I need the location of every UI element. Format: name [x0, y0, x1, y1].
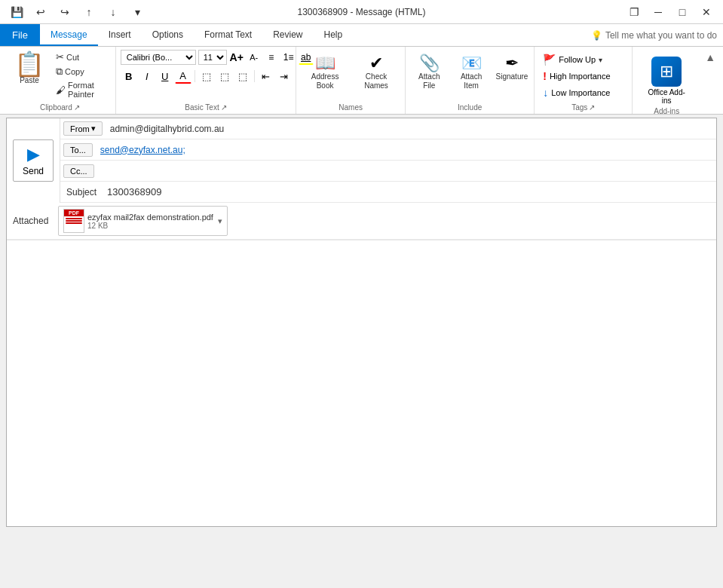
search-icon: 💡: [591, 30, 602, 41]
subject-row: Subject: [60, 182, 716, 203]
search-box[interactable]: 💡 Tell me what you want to do: [585, 24, 723, 46]
high-importance-button[interactable]: ! High Importance: [539, 68, 614, 84]
underline-button[interactable]: U: [157, 69, 173, 84]
up-button[interactable]: ↑: [78, 2, 100, 23]
paste-icon: 📋: [14, 52, 44, 76]
ribbon-collapse-button[interactable]: ▲: [700, 50, 720, 65]
more-button[interactable]: ▾: [127, 2, 148, 23]
minimize-button[interactable]: ─: [648, 2, 669, 23]
cc-input[interactable]: [97, 164, 716, 179]
down-button[interactable]: ↓: [103, 2, 124, 23]
save-button[interactable]: 💾: [6, 2, 27, 23]
ribbon-group-tags: 🚩 Follow Up ▾ ! High Importance ↓ Low Im…: [535, 47, 633, 114]
numbering-button[interactable]: 1≡: [281, 50, 296, 65]
align-right-button[interactable]: ⬚: [234, 69, 251, 84]
send-button[interactable]: ▶ Send: [13, 139, 54, 182]
align-left-button[interactable]: ⬚: [198, 69, 215, 84]
copy-button[interactable]: ⧉ Copy: [53, 64, 112, 79]
increase-indent-button[interactable]: ⇥: [276, 69, 293, 84]
restore-button[interactable]: ❐: [623, 2, 645, 23]
clipboard-content: 📋 Paste ✂ Cut ⧉ Copy 🖌 Format Painter: [8, 50, 112, 102]
to-label: To...: [70, 145, 86, 155]
attach-item-button[interactable]: 📧 Attach Item: [451, 53, 491, 93]
cc-button[interactable]: Cc...: [63, 164, 94, 178]
check-names-button[interactable]: ✔ Check Names: [352, 53, 400, 93]
email-body[interactable]: [7, 240, 716, 526]
font-name-select[interactable]: Calibri (Bo...: [121, 50, 196, 65]
tags-expand-icon[interactable]: ↗: [589, 103, 595, 112]
decrease-font-button[interactable]: A-: [247, 50, 262, 65]
basic-text-expand-icon[interactable]: ↗: [221, 103, 227, 112]
include-content: 📎 Attach File 📧 Attach Item ✒ Signature: [410, 50, 529, 102]
signature-icon: ✒: [505, 55, 519, 72]
attachment-item[interactable]: PDF ezyfax mail2fax demonstration.pdf 12…: [58, 206, 228, 236]
to-input[interactable]: [96, 142, 716, 158]
attach-file-button[interactable]: 📎 Attach File: [410, 53, 448, 93]
address-book-button[interactable]: 📖 Address Book: [301, 53, 349, 93]
signature-button[interactable]: ✒ Signature: [495, 53, 530, 84]
font-size-select[interactable]: 11: [198, 50, 227, 65]
undo-button[interactable]: ↩: [30, 2, 51, 23]
email-wrapper: ▶ Send From ▾ admin@digitalhybrid.com.au…: [0, 115, 723, 533]
title-bar-controls: ❐ ─ □ ✕: [623, 2, 717, 23]
attach-item-icon: 📧: [461, 55, 482, 72]
follow-up-label: Follow Up: [559, 55, 596, 64]
names-group-label: Names: [301, 102, 400, 114]
follow-up-dropdown-icon[interactable]: ▾: [599, 56, 602, 64]
font-color-button[interactable]: A: [175, 69, 191, 84]
tab-message[interactable]: Message: [40, 24, 98, 46]
attachment-size: 12 KB: [87, 222, 213, 230]
ribbon-group-include: 📎 Attach File 📧 Attach Item ✒ Signature …: [406, 47, 535, 114]
bold-button[interactable]: B: [121, 69, 137, 84]
from-button[interactable]: From ▾: [63, 121, 103, 136]
divider2: [254, 70, 255, 82]
clipboard-group-label: Clipboard ↗: [8, 102, 112, 114]
decrease-indent-button[interactable]: ⇤: [258, 69, 274, 84]
addins-group-label: Add-ins: [637, 106, 696, 118]
attached-row: Attached PDF ezyfax mail2fax demonstrati…: [7, 203, 716, 240]
maximize-button[interactable]: □: [672, 2, 693, 23]
tab-help[interactable]: Help: [314, 24, 354, 46]
address-book-label: Address Book: [305, 72, 345, 90]
format-painter-button[interactable]: 🖌 Format Painter: [53, 79, 112, 100]
tags-content: 🚩 Follow Up ▾ ! High Importance ↓ Low Im…: [539, 50, 627, 102]
italic-button[interactable]: I: [139, 69, 155, 84]
send-section: ▶ Send: [7, 118, 60, 203]
clipboard-expand-icon[interactable]: ↗: [74, 103, 80, 112]
high-importance-icon: !: [543, 70, 547, 82]
increase-font-button[interactable]: A+: [229, 50, 244, 65]
window-title: 1300368909 - Message (HTML): [297, 7, 425, 17]
cc-label: Cc...: [70, 167, 87, 176]
from-dropdown-icon: ▾: [91, 124, 96, 133]
from-label: From: [70, 124, 90, 133]
subject-input[interactable]: [103, 184, 716, 200]
attachment-info: ezyfax mail2fax demonstration.pdf 12 KB: [87, 213, 213, 230]
attach-item-label: Attach Item: [455, 72, 487, 90]
redo-button[interactable]: ↪: [54, 2, 75, 23]
ribbon-group-clipboard: 📋 Paste ✂ Cut ⧉ Copy 🖌 Format Painter C: [3, 47, 116, 114]
to-button[interactable]: To...: [63, 143, 93, 157]
tab-review[interactable]: Review: [262, 24, 313, 46]
addins-content: ⊞ Office Add-ins: [637, 50, 696, 106]
cc-row: Cc...: [60, 161, 716, 182]
names-content: 📖 Address Book ✔ Check Names: [301, 50, 400, 102]
to-row: To...: [60, 139, 716, 161]
low-importance-button[interactable]: ↓ Low Importance: [539, 84, 614, 101]
attach-file-label: Attach File: [414, 72, 444, 90]
attachment-dropdown-icon[interactable]: ▾: [218, 216, 222, 226]
low-importance-icon: ↓: [543, 87, 548, 99]
divider: [195, 70, 195, 82]
tab-options[interactable]: Options: [142, 24, 194, 46]
align-center-button[interactable]: ⬚: [216, 69, 233, 84]
follow-up-button[interactable]: 🚩 Follow Up ▾: [539, 51, 606, 68]
office-addins-button[interactable]: ⊞ Office Add-ins: [637, 53, 696, 106]
cut-button[interactable]: ✂ Cut: [53, 50, 112, 64]
tab-format-text[interactable]: Format Text: [194, 24, 262, 46]
close-button[interactable]: ✕: [696, 2, 717, 23]
bullets-button[interactable]: ≡: [264, 50, 279, 65]
check-names-icon: ✔: [369, 55, 383, 72]
tab-file[interactable]: File: [0, 24, 40, 46]
tab-insert[interactable]: Insert: [98, 24, 142, 46]
tags-group-label: Tags ↗: [539, 102, 627, 114]
paste-button[interactable]: 📋 Paste: [8, 50, 51, 87]
